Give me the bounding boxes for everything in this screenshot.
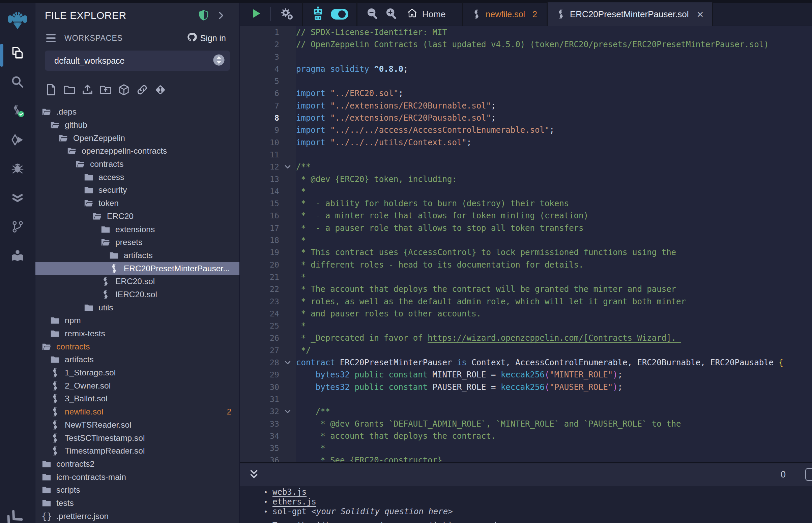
code-text[interactable]: pragma solidity ^0.8.0;	[296, 63, 812, 75]
tree-item-newtsreader-sol[interactable]: NewTSReader.sol	[35, 418, 240, 432]
tree-item-tests[interactable]: tests	[35, 497, 240, 510]
terminal-link[interactable]: ethers.js	[272, 497, 316, 507]
tree-item-newfile-sol[interactable]: newfile.sol2	[35, 405, 240, 418]
code-text[interactable]	[296, 393, 812, 405]
tree-item-icm-contracts-main[interactable]: icm-contracts-main	[35, 470, 240, 484]
tree-item-2-owner-sol[interactable]: 2_Owner.sol	[35, 379, 240, 392]
code-text[interactable]: * - ability for holders to burn (destroy…	[296, 197, 812, 210]
code-text[interactable]: * _Deprecated in favor of https://wizard…	[296, 332, 812, 344]
tree-item-contracts2[interactable]: contracts2	[35, 458, 240, 471]
code-text[interactable]: *	[296, 185, 812, 197]
tree-item-remix-tests[interactable]: remix-tests	[35, 327, 240, 340]
sidebar-item-file-explorer[interactable]	[0, 39, 35, 68]
code-text[interactable]: // SPDX-License-Identifier: MIT	[296, 26, 812, 38]
tree-item--deps[interactable]: .deps	[35, 106, 240, 119]
code-text[interactable]: import "../ERC20.sol";	[296, 87, 812, 100]
tab-home[interactable]: Home	[407, 8, 445, 21]
tree-item-contracts[interactable]: contracts	[35, 340, 240, 353]
code-text[interactable]: bytes32 public constant MINTER_ROLE = ke…	[296, 369, 812, 381]
code-text[interactable]	[296, 51, 812, 63]
code-text[interactable]: *	[296, 320, 812, 332]
tree-item-3-ballot-sol[interactable]: 3_Ballot.sol	[35, 392, 240, 405]
git-diamond-icon[interactable]	[154, 84, 166, 97]
chevron-right-icon[interactable]	[216, 11, 226, 21]
link-icon[interactable]	[136, 84, 148, 97]
code-text[interactable]: bytes32 public constant PAUSER_ROLE = ke…	[296, 381, 812, 393]
github-signin-button[interactable]: Sign in	[187, 32, 226, 44]
sidebar-item-git[interactable]	[0, 213, 35, 242]
sidebar-item-plugin-manager[interactable]	[0, 242, 35, 271]
close-icon[interactable]: ×	[697, 8, 704, 20]
tree-item-testsctimestamp-sol[interactable]: TestSCTimestamp.sol	[35, 431, 240, 445]
fold-chevron-icon[interactable]	[279, 405, 296, 417]
tree-item-openzeppelin-contracts[interactable]: openzeppelin-contracts	[35, 145, 240, 158]
code-text[interactable]: * @dev {ERC20} token, including:	[296, 173, 812, 185]
terminal-collapse-icon[interactable]	[248, 468, 260, 481]
terminal-link[interactable]: web3.js	[272, 487, 306, 497]
code-text[interactable]: * This contract uses {AccessControl} to …	[296, 246, 812, 258]
tab-erc20presetminterpauser-sol[interactable]: ERC20PresetMinterPauser.sol ×	[548, 2, 712, 26]
workspace-select[interactable]: default_workspace	[45, 51, 230, 71]
upload-folder-icon[interactable]	[100, 84, 112, 97]
code-text[interactable]: /**	[296, 161, 812, 173]
code-editor[interactable]: 1// SPDX-License-Identifier: MIT2// Open…	[240, 26, 812, 462]
tree-item-github[interactable]: github	[35, 119, 240, 132]
fold-chevron-icon[interactable]	[279, 161, 296, 173]
tree-item-presets[interactable]: presets	[35, 236, 240, 249]
tree-item-npm[interactable]: npm	[35, 314, 240, 327]
code-text[interactable]	[296, 75, 812, 87]
tree-item-scripts[interactable]: scripts	[35, 484, 240, 497]
code-text[interactable]: * roles, as well as the default admin ro…	[296, 295, 812, 308]
code-text[interactable]: * The account that deploys the contract …	[296, 283, 812, 295]
tree-item-openzeppelin[interactable]: OpenZeppelin	[35, 131, 240, 145]
tree-item-erc20[interactable]: ERC20	[35, 210, 240, 223]
sidebar-item-debugger[interactable]	[0, 155, 35, 184]
code-text[interactable]: import "../../../access/AccessControlEnu…	[296, 124, 812, 136]
code-text[interactable]: * @dev Grants `DEFAULT_ADMIN_ROLE`, `MIN…	[296, 418, 812, 430]
new-file-icon[interactable]	[45, 84, 57, 97]
code-text[interactable]: import "../extensions/ERC20Pausable.sol"…	[296, 112, 812, 124]
sidebar-item-unit-testing[interactable]	[0, 184, 35, 213]
ai-toggle[interactable]	[331, 9, 348, 20]
code-text[interactable]: /**	[296, 405, 812, 417]
tree-item-artifacts[interactable]: artifacts	[35, 353, 240, 366]
sidebar-item-deploy-run[interactable]	[0, 126, 35, 155]
workspace-updown-icon[interactable]	[212, 54, 225, 68]
workspaces-menu-icon[interactable]	[46, 34, 56, 42]
new-folder-icon[interactable]	[63, 84, 75, 97]
tree-item-access[interactable]: access	[35, 170, 240, 184]
tree-item-1-storage-sol[interactable]: 1_Storage.sol	[35, 366, 240, 379]
tree-item--prettierrc-json[interactable]: {}.prettierrc.json	[35, 509, 240, 523]
tree-item-utils[interactable]: utils	[35, 301, 240, 314]
code-text[interactable]: * - a minter role that allows for token …	[296, 210, 812, 222]
code-text[interactable]: * See {ERC20-constructor}.	[296, 454, 812, 462]
tree-item-token[interactable]: token	[35, 197, 240, 210]
code-text[interactable]: * account that deploys the contract.	[296, 430, 812, 442]
code-text[interactable]: */	[296, 344, 812, 357]
code-text[interactable]: *	[296, 442, 812, 454]
fold-chevron-icon[interactable]	[279, 357, 296, 369]
upload-file-icon[interactable]	[81, 84, 94, 97]
tab-newfile-sol[interactable]: newfile.sol 2	[472, 2, 537, 26]
tree-item-security[interactable]: security	[35, 184, 240, 197]
code-text[interactable]: contract ERC20PresetMinterPauser is Cont…	[296, 357, 812, 369]
code-text[interactable]: import "../extensions/ERC20Burnable.sol"…	[296, 100, 812, 112]
tree-item-erc20presetminterpauser-[interactable]: ERC20PresetMinterPauser...	[35, 262, 240, 275]
play-icon[interactable]	[250, 8, 262, 21]
code-text[interactable]: * different roles - head to its document…	[296, 259, 812, 271]
publish-ipfs-cube-icon[interactable]	[118, 84, 130, 97]
code-text[interactable]: *	[296, 271, 812, 283]
tree-item-ierc20-sol[interactable]: IERC20.sol	[35, 288, 240, 301]
tree-item-contracts[interactable]: contracts	[35, 158, 240, 171]
tree-item-artifacts[interactable]: artifacts	[35, 249, 240, 262]
sidebar-item-search[interactable]	[0, 68, 35, 97]
code-text[interactable]: // OpenZeppelin Contracts (last updated …	[296, 38, 812, 51]
zoom-in-icon[interactable]	[385, 7, 398, 21]
tree-item-erc20-sol[interactable]: ERC20.sol	[35, 275, 240, 288]
code-text[interactable]: *	[296, 234, 812, 246]
code-text[interactable]: import "../../../utils/Context.sol";	[296, 137, 812, 149]
sidebar-item-solidity-compiler[interactable]	[0, 97, 35, 126]
terminal-listen-checkbox[interactable]	[805, 468, 812, 481]
collapse-icon[interactable]	[0, 506, 27, 523]
zoom-out-icon[interactable]	[366, 7, 379, 21]
